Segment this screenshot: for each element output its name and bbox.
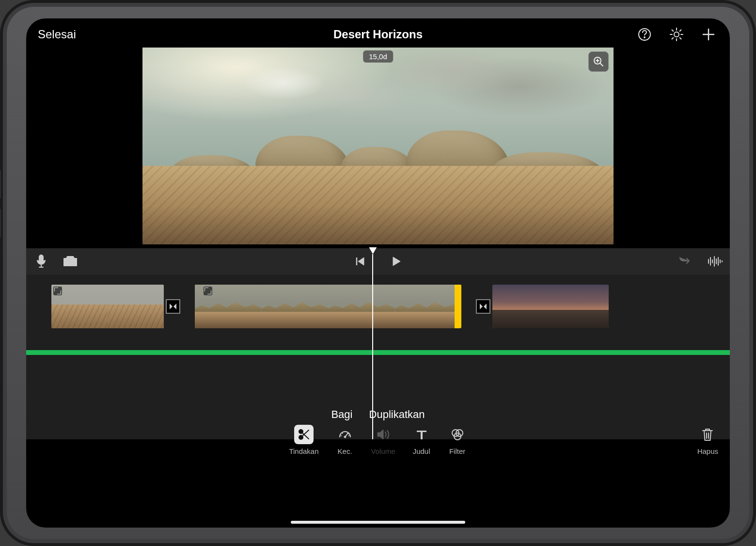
top-bar: Selesai Desert Horizons (26, 21, 730, 48)
plus-icon[interactable] (699, 25, 718, 44)
duplicate-action[interactable]: Duplikatkan (369, 408, 425, 420)
magnify-plus-icon[interactable] (588, 51, 609, 72)
ken-burns-icon (53, 287, 62, 295)
microphone-icon[interactable] (33, 253, 49, 270)
tool-filter[interactable]: Filter (448, 425, 467, 455)
duration-badge: 15,0d (363, 50, 393, 63)
delete-label: Hapus (697, 447, 718, 455)
svg-point-2 (674, 32, 679, 37)
tool-judul[interactable]: Judul (412, 425, 431, 455)
preview-viewer[interactable]: 15,0d (142, 48, 614, 244)
svg-point-1 (644, 37, 646, 38)
project-title: Desert Horizons (26, 28, 730, 41)
speaker-icon (374, 425, 393, 444)
screen: Selesai Desert Horizons 15, (26, 18, 730, 528)
device-frame: Selesai Desert Horizons 15, (0, 0, 756, 546)
tool-kec[interactable]: Kec. (335, 425, 355, 455)
clips-row (26, 282, 730, 331)
playback-bar (26, 248, 730, 274)
tool-tindakan[interactable]: Tindakan (289, 425, 318, 455)
clip-1[interactable] (51, 285, 164, 328)
transition-1[interactable] (166, 299, 180, 314)
tool-label: Tindakan (289, 447, 318, 455)
filter-circles-icon (448, 425, 467, 444)
tool-label: Filter (449, 447, 465, 455)
audio-track[interactable] (26, 350, 730, 355)
scissors-icon (294, 425, 314, 444)
context-actions: Bagi Duplikatkan (26, 408, 730, 421)
speedometer-icon (335, 425, 355, 444)
timeline[interactable]: Bagi Duplikatkan Tindakan Kec. (26, 274, 730, 439)
clip-3[interactable] (492, 285, 609, 328)
gear-icon[interactable] (667, 25, 686, 44)
undo-icon[interactable] (677, 253, 694, 270)
tool-volume: Volume (371, 425, 395, 455)
trash-icon (698, 425, 717, 444)
tool-label: Volume (371, 447, 395, 455)
home-indicator[interactable] (291, 521, 465, 524)
waveform-icon[interactable] (707, 253, 723, 270)
tool-label: Judul (413, 447, 430, 455)
bottom-toolbar: Tindakan Kec. Volume (26, 425, 730, 455)
transition-2[interactable] (476, 299, 490, 314)
ken-burns-icon (204, 287, 212, 295)
skip-back-icon[interactable] (352, 253, 368, 270)
preview-ground (142, 166, 614, 244)
split-action[interactable]: Bagi (331, 408, 352, 420)
help-icon[interactable] (635, 25, 654, 44)
top-bar-right (635, 25, 718, 44)
clip-2-selected[interactable] (195, 285, 461, 328)
svg-point-5 (68, 259, 73, 264)
play-icon[interactable] (388, 253, 404, 270)
tool-label: Kec. (338, 447, 352, 455)
delete-button[interactable]: Hapus (697, 425, 718, 455)
camera-icon[interactable] (62, 253, 79, 270)
done-button[interactable]: Selesai (38, 28, 76, 41)
volume-down-hw-button (0, 209, 1, 238)
volume-up-hw-button (0, 170, 1, 199)
title-icon (412, 425, 431, 444)
